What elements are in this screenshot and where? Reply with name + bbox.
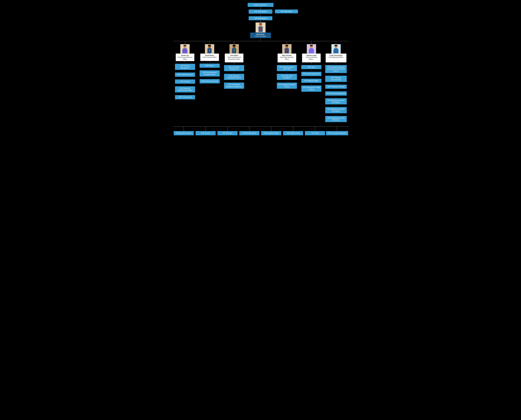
- v-connector: [260, 7, 261, 9]
- bottom-section: SVP Quality Assurance SVP Security SVP T…: [173, 127, 348, 135]
- bottom-col-2: SVP Security: [195, 127, 217, 135]
- svg-point-12: [207, 48, 212, 50]
- svp-flight-training: SVP Flight Training: [283, 131, 303, 135]
- david-title: Chief Financial Officer: [202, 56, 217, 58]
- col-nicola: Nicola Jay Chief Human Resource Officer …: [173, 41, 197, 99]
- col-david: David Banks Chief Financial Officer SVP …: [197, 41, 222, 83]
- ceo-name: Mark Davis: [251, 33, 270, 35]
- john-avatar: [229, 44, 239, 53]
- bottom-col-5: SVP Inspection Board: [260, 127, 282, 135]
- nicola-svp-list: SVP Personal Management SVP Human Resour…: [175, 64, 195, 99]
- david-box: David Banks Chief Financial Officer: [200, 53, 219, 61]
- bottom-col-8: SVP Corporate Satisfaction: [326, 127, 348, 135]
- board-box: Board of Directors: [248, 3, 273, 7]
- andrea-title: Chief Commercial Officer...: [304, 56, 319, 60]
- svp-personal-mgmt: SVP Personal Management: [175, 64, 195, 70]
- col-linda: Linda Christopher Cheif Marketing Office…: [324, 41, 348, 122]
- svp-intl-relations: SVP International Relations and Alliance…: [224, 82, 244, 89]
- svg-point-14: [233, 45, 235, 46]
- svp-finance: SVP Finance: [200, 64, 220, 68]
- svp-legal: SVP Legal: [305, 131, 325, 135]
- svp-corp-comm: SVP Corporate Communication: [325, 76, 347, 82]
- svg-point-22: [285, 48, 289, 50]
- mark-svp-list: SVP Flight Operations (Chief Pilot) SVP …: [277, 65, 297, 89]
- ceo-figure-icon: [256, 22, 265, 32]
- bottom-col-7: SVP Legal: [304, 127, 326, 135]
- david-avatar: [205, 44, 214, 53]
- svp-corp-dev-it: SVP Corporate Development and IT: [224, 74, 244, 80]
- linda-box: Linda Christopher Cheif Marketing Office…: [326, 53, 347, 62]
- v-john-2: [234, 62, 234, 64]
- john-name: John Black: [226, 54, 242, 57]
- bottom-col-4: SVP Media Relations: [238, 127, 260, 135]
- linda-title: Cheif Marketing Officer: [327, 56, 345, 58]
- svp-media-relations: SVP Media Relations: [239, 131, 259, 135]
- svp-catering: SVP Catering and In flight Products: [301, 85, 321, 92]
- svp-flight-ops: SVP Flight Operations (Chief Pilot): [277, 65, 297, 71]
- person-andrea: Andrea Logan Chief Commercial Officer...: [302, 44, 321, 62]
- person-mark: Mark Stewart Chief Flight Operation Offi…: [278, 44, 296, 62]
- svp-marketing-sales-1: SVP Marketing and Sales (1st Region): [325, 98, 347, 105]
- nicola-title: Chief Human Resource Officer: [177, 56, 193, 60]
- svg-point-19: [285, 45, 288, 46]
- svg-rect-16: [234, 49, 234, 52]
- svp-marketing-sales-domestic: SVP Marketing and Sales (Domestic): [325, 116, 347, 122]
- svp-corp-marketing: SVP Corporate Marketing and Alternative …: [325, 65, 347, 73]
- nicola-name: Nicola Jay: [177, 54, 193, 57]
- svp-trainingt: SVP Trainingt: [175, 79, 195, 84]
- svp-technical: SVP Technical: [217, 131, 238, 135]
- john-svp-list: SVP Investment Management SVP Corporate …: [224, 65, 244, 89]
- svp-participation-offset: SVP Participation: [269, 9, 298, 13]
- svg-point-17: [232, 48, 236, 50]
- v-bottom-7: [315, 127, 315, 131]
- linda-figure-icon: [332, 44, 340, 53]
- v-mark-2: [287, 62, 287, 64]
- linda-avatar: [331, 44, 341, 53]
- v-linda-2: [336, 62, 336, 64]
- svp-social-admin: SVP Social and Administrative Affairs: [175, 86, 195, 92]
- svp-quality-assurance: SVP Quality Assurance: [174, 131, 194, 135]
- svp-marketing-sales-2: SVP Marketing and Sales (2nd Region): [325, 107, 347, 113]
- bottom-col-1: SVP Quality Assurance: [173, 127, 195, 135]
- person-nicola: Nicola Jay Chief Human Resource Officer: [176, 44, 194, 61]
- david-name: David Banks: [202, 54, 217, 57]
- svp-participation-offset-box: SVP Participation: [275, 9, 298, 13]
- col-john: John Black Chief Investment and Technolo…: [222, 41, 247, 89]
- andrea-figure-icon: [307, 44, 316, 53]
- svg-point-25: [309, 48, 314, 50]
- v-david-2: [210, 61, 210, 63]
- svp-regional-flights: SVP Regional Flights: [301, 79, 321, 83]
- board-branch: Board of Directors SVP Participation SVP…: [225, 3, 296, 41]
- v-bottom-2: [205, 127, 206, 131]
- nicola-box: Nicola Jay Chief Human Resource Officer: [176, 53, 194, 61]
- svp-human-resources: SVP Human Resources: [175, 73, 195, 77]
- svp-security: SVP Security: [196, 131, 216, 135]
- h-offset-line: [269, 11, 275, 12]
- v-mark: [287, 41, 287, 44]
- svg-point-1: [259, 23, 262, 25]
- svp-corp-satisfaction: SVP Corporate Satisfaction: [326, 131, 348, 135]
- v-andrea: [311, 41, 311, 44]
- nicola-figure-icon: [181, 44, 189, 53]
- svp-offset-connector: SVP Participation: [269, 9, 298, 13]
- linda-name: Linda Christopher: [327, 54, 345, 57]
- level2-cols: Nicola Jay Chief Human Resource Officer …: [173, 41, 348, 122]
- john-figure-icon: [230, 44, 239, 53]
- svg-rect-11: [209, 49, 210, 52]
- svg-point-7: [183, 48, 187, 50]
- svp-participation-1-box: SVP Participation: [249, 9, 272, 14]
- v-john: [234, 41, 234, 44]
- svp-accounting: SVP Accounting and Financial Control: [200, 70, 220, 76]
- david-svp-list: SVP Finance SVP Accounting and Financial…: [200, 64, 220, 83]
- v-bottom-3: [227, 127, 228, 131]
- mark-name: Mark Stewart: [279, 54, 295, 57]
- nicola-avatar: [180, 44, 190, 53]
- svg-point-24: [310, 45, 313, 46]
- ceo-avatar: [256, 22, 266, 32]
- col-andrea: Andrea Logan Chief Commercial Officer...…: [299, 41, 324, 92]
- v-connector-3: [260, 20, 261, 22]
- col-mark: Mark Stewart Chief Flight Operation Offi…: [274, 41, 299, 89]
- v-linda: [336, 41, 336, 44]
- andrea-svp-list: SVP Cargo SVP Ground OperationsT SVP Reg…: [301, 65, 321, 92]
- org-chart: Board of Directors SVP Participation SVP…: [173, 3, 348, 135]
